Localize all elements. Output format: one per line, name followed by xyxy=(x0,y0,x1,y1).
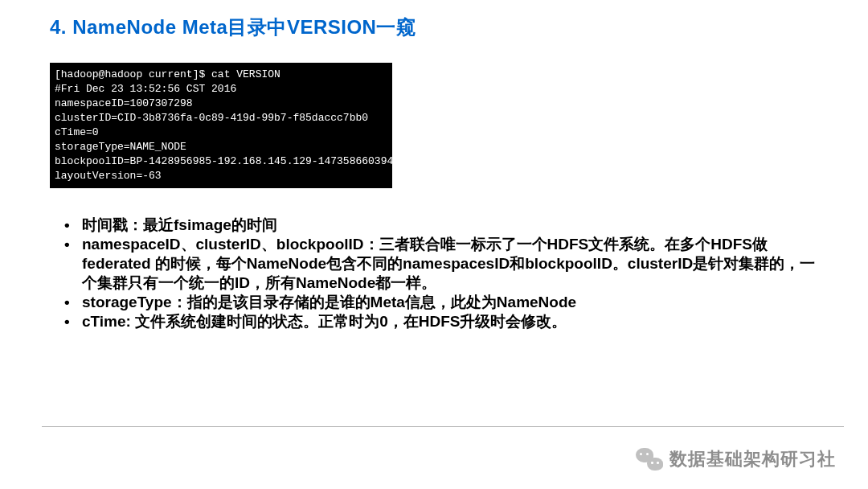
terminal-line: [hadoop@hadoop current]$ cat VERSION xyxy=(55,68,387,82)
terminal-line: clusterID=CID-3b8736fa-0c89-419d-99b7-f8… xyxy=(55,111,387,125)
list-item: cTime: 文件系统创建时间的状态。正常时为0，在HDFS升级时会修改。 xyxy=(64,312,828,331)
list-item: 时间戳：最近fsimage的时间 xyxy=(64,216,828,235)
section-heading: 4. NameNode Meta目录中VERSION一窥 xyxy=(50,14,416,40)
terminal-screenshot: [hadoop@hadoop current]$ cat VERSION #Fr… xyxy=(50,63,392,188)
terminal-line: storageType=NAME_NODE xyxy=(55,140,387,154)
divider xyxy=(42,426,844,427)
terminal-line: blockpoolID=BP-1428956985-192.168.145.12… xyxy=(55,154,387,169)
list-item: storageType：指的是该目录存储的是谁的Meta信息，此处为NameNo… xyxy=(64,293,828,312)
terminal-line: #Fri Dec 23 13:52:56 CST 2016 xyxy=(55,82,387,97)
footer: 数据基础架构研习社 xyxy=(636,447,836,471)
wechat-icon xyxy=(636,448,663,471)
list-item: namespaceID、clusterID、blockpoolID：三者联合唯一… xyxy=(64,235,828,293)
terminal-line: namespaceID=1007307298 xyxy=(55,97,387,111)
terminal-line: layoutVersion=-63 xyxy=(55,169,387,183)
bullet-list: 时间戳：最近fsimage的时间 namespaceID、clusterID、b… xyxy=(64,216,828,331)
footer-text: 数据基础架构研习社 xyxy=(669,447,836,471)
terminal-line: cTime=0 xyxy=(55,125,387,140)
